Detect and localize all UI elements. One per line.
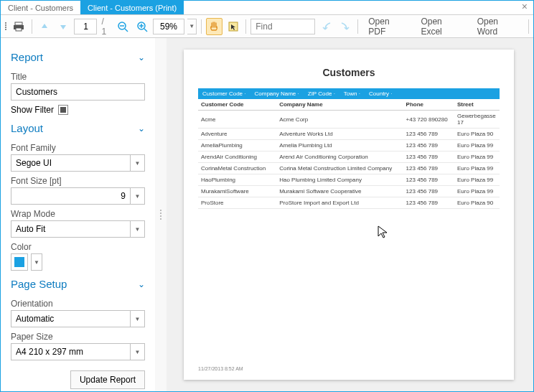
preview-pane[interactable]: Customers Customer CodeCompany NameZIP C… <box>167 38 533 391</box>
dropdown-icon[interactable]: ▼ <box>131 343 145 360</box>
open-word-button[interactable]: Open Word <box>472 18 524 35</box>
zoom-input[interactable] <box>153 19 184 34</box>
tab-client-customers-print[interactable]: Client - Customers (Print) <box>80 1 184 14</box>
color-label: Color <box>11 242 145 252</box>
font-size-combo[interactable]: ▼ <box>11 187 145 205</box>
paper-size-label: Paper Size <box>11 332 145 342</box>
table-row: MurakamiSoftwareMurakami Software Cooper… <box>198 186 500 197</box>
section-report-label: Report <box>11 51 43 63</box>
dropdown-icon[interactable]: ▼ <box>131 220 145 238</box>
dropdown-icon[interactable]: ▼ <box>131 154 145 172</box>
page-total-label: / 1 <box>100 17 112 37</box>
report-page: Customers Customer CodeCompany NameZIP C… <box>184 50 514 380</box>
title-label: Title <box>11 72 145 82</box>
table-row: AdventureAdventure Works Ltd123 456 789E… <box>198 129 500 140</box>
zoom-in-button[interactable] <box>134 18 151 35</box>
font-size-label: Font Size [pt] <box>11 176 145 186</box>
font-size-input[interactable] <box>11 187 131 205</box>
orientation-input[interactable] <box>11 310 131 327</box>
open-excel-button[interactable]: Open Excel <box>415 18 468 35</box>
find-input[interactable] <box>250 19 315 34</box>
table-row: AcmeAcme Corp+43 720 890280Gewerbegasse … <box>198 111 500 129</box>
orientation-label: Orientation <box>11 299 145 309</box>
toolbar: / 1 ▼ Open PDF Open Excel Open Word <box>1 15 533 38</box>
wrap-mode-combo[interactable]: ▼ <box>11 220 145 238</box>
table-row: HaoPlumbingHao Plumbing Limited Company1… <box>198 174 500 186</box>
content-area: Report ⌄ Title Show Filter Layout ⌄ Font… <box>1 38 533 391</box>
color-swatch[interactable] <box>11 253 28 271</box>
splitter[interactable] <box>155 38 167 391</box>
print-button[interactable] <box>11 18 27 35</box>
page-down-button[interactable] <box>55 18 72 35</box>
pan-tool-button[interactable] <box>206 18 222 35</box>
grip-handle[interactable] <box>4 22 8 30</box>
section-report[interactable]: Report ⌄ <box>11 44 145 67</box>
orientation-combo[interactable]: ▼ <box>11 310 145 327</box>
table-row: ProStoreProStore Import and Export Ltd12… <box>198 197 500 209</box>
section-page-setup[interactable]: Page Setup ⌄ <box>11 271 145 294</box>
chevron-down-icon: ⌄ <box>138 123 145 134</box>
sidebar: Report ⌄ Title Show Filter Layout ⌄ Font… <box>1 38 155 391</box>
cursor-icon <box>378 225 389 240</box>
svg-line-7 <box>144 29 147 32</box>
color-dropdown[interactable]: ▼ <box>31 253 42 271</box>
find-next-button[interactable] <box>337 18 354 35</box>
page-up-button[interactable] <box>36 18 52 35</box>
close-icon[interactable]: × <box>516 1 533 14</box>
show-filter-label: Show Filter <box>11 105 54 115</box>
select-tool-button[interactable] <box>225 18 242 35</box>
chevron-down-icon: ⌄ <box>138 52 145 62</box>
section-layout[interactable]: Layout ⌄ <box>11 115 145 139</box>
zoom-out-button[interactable] <box>115 18 131 35</box>
update-report-button[interactable]: Update Report <box>70 370 145 389</box>
find-prev-button[interactable] <box>318 18 334 35</box>
svg-rect-0 <box>15 22 22 25</box>
zoom-dropdown[interactable]: ▼ <box>187 19 197 34</box>
dropdown-icon[interactable]: ▼ <box>131 310 145 327</box>
font-family-label: Font Family <box>11 143 145 153</box>
wrap-mode-label: Wrap Mode <box>11 209 145 219</box>
table-row: ArendAir ConditioningArend Air Condition… <box>198 151 500 163</box>
paper-size-combo[interactable]: ▼ <box>11 343 145 360</box>
footer-timestamp: 11/27/2013 8:52 AM <box>198 366 243 371</box>
table-row: AmeliaPlumbingAmelia Plumbing Ltd123 456… <box>198 140 500 151</box>
paper-size-input[interactable] <box>11 343 131 360</box>
chevron-down-icon: ⌄ <box>138 279 145 289</box>
section-page-setup-label: Page Setup <box>11 278 67 290</box>
titlebar: Client - Customers Client - Customers (P… <box>1 1 533 15</box>
tab-client-customers[interactable]: Client - Customers <box>1 1 80 14</box>
wrap-mode-input[interactable] <box>11 220 131 238</box>
page-number-input[interactable] <box>74 19 97 34</box>
document-title: Customers <box>198 67 500 78</box>
show-filter-checkbox[interactable] <box>58 105 68 115</box>
section-layout-label: Layout <box>11 122 43 134</box>
report-table: Customer CodeCompany NamePhoneStreet Acm… <box>198 99 500 209</box>
open-pdf-button[interactable]: Open PDF <box>362 18 412 35</box>
filter-band: Customer CodeCompany NameZIP CodeTownCou… <box>198 88 500 99</box>
svg-rect-2 <box>16 28 22 31</box>
svg-line-4 <box>125 29 128 32</box>
title-input[interactable] <box>11 83 145 101</box>
font-family-combo[interactable]: ▼ <box>11 154 145 172</box>
dropdown-icon[interactable]: ▼ <box>131 187 145 205</box>
font-family-input[interactable] <box>11 154 131 172</box>
table-row: CorinaMetal ConstructionCorina Metal Con… <box>198 163 500 174</box>
